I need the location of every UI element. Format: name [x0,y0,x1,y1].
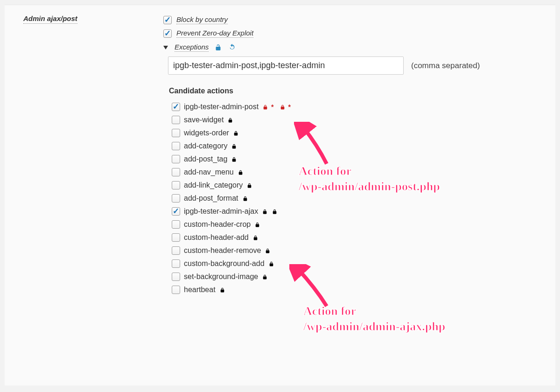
candidates-heading: Candidate actions [169,87,555,95]
candidate-checkbox[interactable] [172,286,180,294]
candidate-row: custom-header-crop [172,220,555,229]
candidate-checkbox[interactable] [172,168,180,176]
lock-icon [242,195,248,202]
candidate-checkbox[interactable] [172,129,180,137]
candidate-label: ipgb-tester-admin-ajax [184,207,258,216]
lock-icon [280,104,286,111]
candidate-row: custom-header-add [172,233,555,242]
lock-icon [265,247,271,254]
collapse-triangle-icon[interactable] [163,43,170,51]
candidate-list: ipgb-tester-admin-post**save-widgetwidge… [172,103,555,294]
lock-icon [262,104,268,111]
block-country-label: Block by country [176,15,228,24]
candidate-checkbox[interactable] [172,142,180,150]
lock-icon [227,117,233,124]
candidate-label: add-post_tag [184,155,227,163]
exceptions-header-row: Exceptions [163,42,555,52]
block-country-checkbox[interactable] [163,16,172,24]
lock-icon [268,260,274,267]
candidate-label: ipgb-tester-admin-post [184,103,259,111]
candidate-checkbox[interactable] [172,155,180,163]
lock-icon [262,208,268,215]
candidate-label: custom-header-remove [184,246,261,255]
candidate-row: add-post_tag [172,155,555,163]
candidate-label: set-background-image [184,273,258,281]
candidate-label: widgets-order [184,129,229,137]
candidate-label: add-link_category [184,181,243,189]
candidate-row: custom-header-remove [172,246,555,255]
exceptions-hint: (comma separated) [411,61,480,70]
candidate-checkbox[interactable] [172,181,180,189]
section-title: Admin ajax/post [23,14,77,24]
lock-icon [252,234,259,241]
lock-icon [272,208,278,215]
lock-icon [246,182,252,189]
candidate-row: ipgb-tester-admin-post** [172,103,555,111]
candidate-checkbox[interactable] [172,233,180,242]
candidate-row: set-background-image [172,273,555,281]
candidate-row: custom-background-add [172,259,555,268]
lock-icon [231,143,237,150]
lock-icon [254,221,260,228]
lock-icon [219,287,225,294]
candidate-checkbox[interactable] [172,116,180,124]
candidate-checkbox[interactable] [172,246,180,255]
refresh-icon[interactable] [227,42,237,52]
option-row-prevent: Prevent Zero-day Exploit [163,29,555,38]
asterisk-icon: * [271,103,273,111]
lock-icon [233,130,239,137]
prevent-zeroday-label: Prevent Zero-day Exploit [176,29,253,38]
candidate-row: save-widget [172,116,555,124]
exceptions-label: Exceptions [175,43,209,52]
lock-icon [238,169,244,176]
candidate-label: add-category [184,142,227,150]
lock-icon [231,156,237,163]
candidate-label: heartbeat [184,286,216,294]
candidate-checkbox[interactable] [172,220,180,229]
candidate-row: add-post_format [172,194,555,203]
annotation-admin-ajax: Action for/wp-admin/admin-ajax.php [303,304,445,334]
candidate-row: widgets-order [172,129,555,137]
prevent-zeroday-checkbox[interactable] [163,29,172,38]
annotation-admin-post: Action for/wp-admin/admin-post.php [299,164,440,194]
option-row-block: Block by country [163,15,555,24]
unlock-icon[interactable] [213,42,223,52]
candidate-row: add-category [172,142,555,150]
candidate-label: add-post_format [184,194,238,203]
exceptions-input[interactable] [168,56,404,75]
candidate-row: ipgb-tester-admin-ajax [172,207,555,216]
settings-panel: Admin ajax/post Block by country Prevent… [5,5,555,385]
candidate-label: custom-background-add [184,259,265,268]
candidate-row: heartbeat [172,286,555,294]
candidate-checkbox[interactable] [172,207,180,216]
lock-icon [262,273,268,280]
asterisk-icon: * [288,103,291,111]
candidate-label: custom-header-add [184,233,249,242]
candidate-label: add-nav_menu [184,168,234,176]
candidate-label: save-widget [184,116,224,124]
candidate-checkbox[interactable] [172,273,180,281]
candidate-checkbox[interactable] [172,194,180,203]
candidate-checkbox[interactable] [172,103,180,111]
candidate-label: custom-header-crop [184,220,251,229]
candidate-checkbox[interactable] [172,259,180,268]
